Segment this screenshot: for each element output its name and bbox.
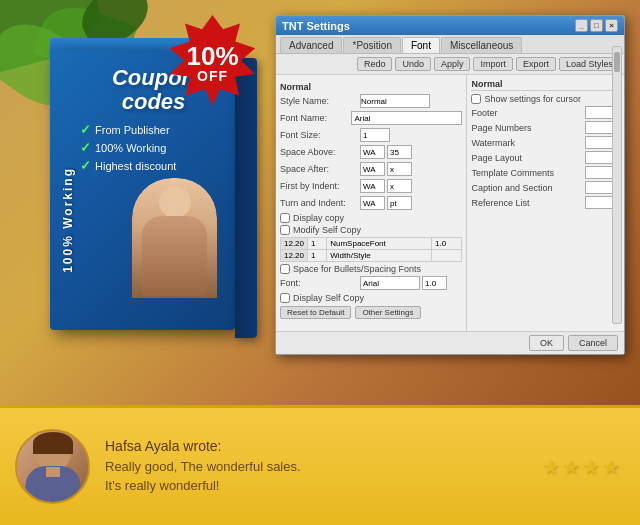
font-size-row-input[interactable] — [422, 276, 447, 290]
tab-position[interactable]: *Position — [343, 37, 400, 53]
footer-row: Footer — [471, 106, 620, 119]
font-row: Font: — [280, 276, 462, 290]
other-settings-button[interactable]: Other Settings — [355, 306, 420, 319]
check-icon-1: ✓ — [80, 122, 91, 137]
maximize-button[interactable]: □ — [590, 19, 603, 32]
space-after-input[interactable] — [360, 162, 385, 176]
display-copy-row: Display copy — [280, 213, 462, 223]
review-author: Hafsa Ayala wrote: — [105, 438, 625, 454]
spacing-fonts-label: Space for Bullets/Spacing Fonts — [293, 264, 421, 274]
watermark-label: Watermark — [471, 138, 585, 148]
space-after-input2[interactable] — [387, 162, 412, 176]
caption-section-row: Caption and Section — [471, 181, 620, 194]
author-name: Hafsa Ayala — [105, 438, 179, 454]
dialog-body: Normal Style Name: Font Name: Font Size:… — [276, 75, 624, 333]
page-numbers-label: Page Numbers — [471, 123, 585, 133]
star-2: ★ — [562, 455, 580, 479]
load-styles-button[interactable]: Load Styles — [559, 57, 620, 71]
modify-self-label: Modify Self Copy — [293, 225, 361, 235]
table-row: 12.20 1 Width/Style — [281, 250, 462, 262]
first-indent-row: First by Indent: — [280, 179, 462, 193]
table-cell: Width/Style — [327, 250, 432, 262]
tab-miscellaneous[interactable]: Miscellaneous — [441, 37, 522, 53]
space-after-row: Space After: — [280, 162, 462, 176]
page-numbers-row: Page Numbers — [471, 121, 620, 134]
table-cell: 1 — [308, 238, 327, 250]
caption-section-label: Caption and Section — [471, 183, 585, 193]
tab-font[interactable]: Font — [402, 37, 440, 53]
dialog-footer: OK Cancel — [276, 331, 624, 354]
font-row-input[interactable] — [360, 276, 420, 290]
spacing-fonts-checkbox[interactable] — [280, 264, 290, 274]
tab-advanced[interactable]: Advanced — [280, 37, 342, 53]
star-3: ★ — [582, 455, 600, 479]
font-name-row: Font Name: — [280, 111, 462, 125]
cancel-button[interactable]: Cancel — [568, 335, 618, 351]
apply-button[interactable]: Apply — [434, 57, 471, 71]
right-scrollbar[interactable] — [612, 75, 622, 324]
turn-indent-input[interactable] — [360, 196, 385, 210]
watermark-row: Watermark — [471, 136, 620, 149]
bottom-buttons: Reset to Default Other Settings — [280, 306, 462, 319]
title-buttons: _ □ × — [575, 19, 618, 32]
space-above-input[interactable] — [360, 145, 385, 159]
redo-button[interactable]: Redo — [357, 57, 393, 71]
style-name-input[interactable] — [360, 94, 430, 108]
dialog-titlebar: TNT Settings _ □ × — [276, 16, 624, 35]
import-button[interactable]: Import — [473, 57, 513, 71]
star-1: ★ — [542, 455, 560, 479]
reference-list-row: Reference List — [471, 196, 620, 209]
table-cell: 1.0 — [432, 238, 462, 250]
dialog-tabs: Advanced *Position Font Miscellaneous — [276, 35, 624, 54]
copy-self-row: Display Self Copy — [280, 293, 462, 303]
display-copy-checkbox[interactable] — [280, 213, 290, 223]
turn-indent-input2[interactable] — [387, 196, 412, 210]
page-layout-label: Page Layout — [471, 153, 585, 163]
first-indent-input2[interactable] — [387, 179, 412, 193]
modify-self-checkbox[interactable] — [280, 225, 290, 235]
font-name-input[interactable] — [351, 111, 462, 125]
copy-self-checkbox[interactable] — [280, 293, 290, 303]
dialog-right-panel: Normal Show settings for cursor Footer P… — [467, 75, 624, 333]
copy-self-label: Display Self Copy — [293, 293, 364, 303]
star-shape: 10% OFF — [165, 15, 260, 110]
show-settings-row: Show settings for cursor — [471, 94, 620, 104]
wrote-label: wrote: — [183, 438, 221, 454]
undo-button[interactable]: Undo — [395, 57, 431, 71]
font-name-label: Font Name: — [280, 113, 351, 123]
settings-dialog: TNT Settings _ □ × Advanced *Position Fo… — [275, 15, 625, 355]
turn-indent-row: Turn and Indent: — [280, 196, 462, 210]
show-settings-label: Show settings for cursor — [484, 94, 581, 104]
style-name-row: Style Name: — [280, 94, 462, 108]
review-line-2: It's really wonderful! — [105, 477, 625, 495]
ok-button[interactable]: OK — [529, 335, 564, 351]
check-icon-3: ✓ — [80, 158, 91, 173]
reference-list-label: Reference List — [471, 198, 585, 208]
star-text: 10% OFF — [186, 43, 238, 83]
space-above-input2[interactable] — [387, 145, 412, 159]
space-above-row: Space Above: — [280, 145, 462, 159]
close-button[interactable]: × — [605, 19, 618, 32]
space-above-label: Space Above: — [280, 147, 360, 157]
show-settings-checkbox[interactable] — [471, 94, 481, 104]
modify-self-row: Modify Self Copy — [280, 225, 462, 235]
table-row: 12.20 1 NumSpaceFont 1.0 — [281, 238, 462, 250]
template-comments-label: Template Comments — [471, 168, 585, 178]
right-section-title: Normal — [471, 79, 620, 91]
table-cell: 12.20 — [281, 250, 308, 262]
check-icon-2: ✓ — [80, 140, 91, 155]
review-stars: ★ ★ ★ ★ — [542, 455, 620, 479]
font-size-input[interactable] — [360, 128, 390, 142]
dialog-toolbar: Redo Undo Apply Import Export Load Style… — [276, 54, 624, 75]
star-4: ★ — [602, 455, 620, 479]
minimize-button[interactable]: _ — [575, 19, 588, 32]
export-button[interactable]: Export — [516, 57, 556, 71]
dialog-left-panel: Normal Style Name: Font Name: Font Size:… — [276, 75, 467, 333]
page-layout-row: Page Layout — [471, 151, 620, 164]
first-indent-input[interactable] — [360, 179, 385, 193]
font-size-label: Font Size: — [280, 130, 360, 140]
reset-default-button[interactable]: Reset to Default — [280, 306, 351, 319]
turn-indent-label: Turn and Indent: — [280, 198, 360, 208]
table-cell — [432, 250, 462, 262]
table-cell: 1 — [308, 250, 327, 262]
